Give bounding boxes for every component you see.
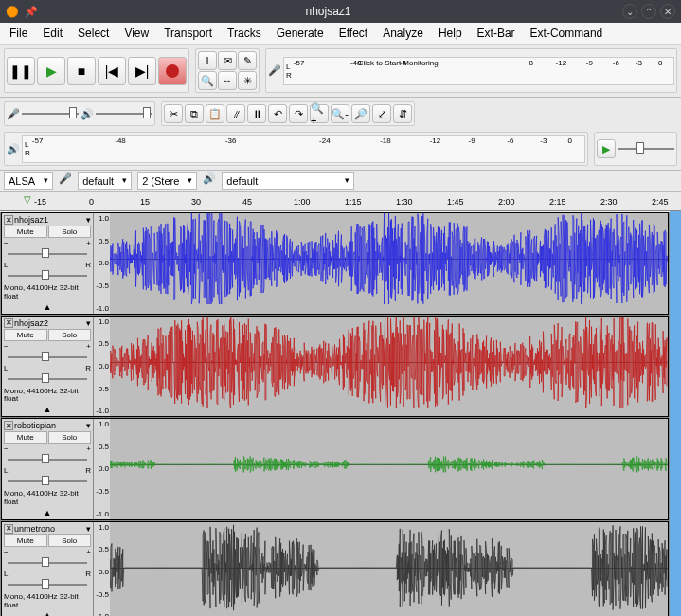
collapse-icon[interactable]: ▲ (4, 302, 91, 312)
envelope-tool[interactable]: ✉ (218, 51, 237, 70)
menu-select[interactable]: Select (74, 25, 113, 42)
menu-view[interactable]: View (120, 25, 152, 42)
menu-ext-bar[interactable]: Ext-Bar (474, 25, 519, 42)
track-menu-icon[interactable]: ▾ (86, 318, 91, 328)
pan-r-label: R (85, 261, 91, 269)
rec-device-select[interactable]: default (78, 172, 132, 190)
play-meter-panel[interactable]: 🔊 LR -57 -48 -36 -24 -18 -12 -9 -6 -3 0 (4, 132, 588, 166)
gain-minus-label: − (4, 444, 9, 453)
pan-slider[interactable] (4, 373, 91, 385)
gain-minus-label: − (4, 342, 9, 351)
solo-button[interactable]: Solo (48, 431, 92, 444)
gain-plus-label: + (86, 444, 91, 453)
pan-slider[interactable] (4, 270, 91, 281)
record-button[interactable] (158, 57, 187, 85)
zoom-sel-button[interactable]: 🔎 (351, 104, 370, 123)
play-button[interactable]: ▶ (37, 57, 65, 85)
menu-tracks[interactable]: Tracks (224, 25, 265, 42)
zoom-in-button[interactable]: 🔍+ (310, 104, 329, 123)
waveform-display[interactable] (110, 317, 668, 408)
pan-slider[interactable] (4, 476, 91, 487)
host-select[interactable]: ALSA (4, 172, 53, 190)
collapse-icon[interactable]: ▲ (4, 508, 91, 517)
menu-help[interactable]: Help (435, 25, 466, 42)
track-name[interactable]: nhojsaz1 (14, 215, 85, 225)
maximize-button[interactable]: ⌃ (641, 4, 656, 19)
skip-end-button[interactable]: ▶| (128, 57, 156, 85)
undo-button[interactable]: ↶ (268, 104, 287, 123)
menu-file[interactable]: File (6, 25, 31, 42)
collapse-icon[interactable]: ▲ (4, 610, 91, 616)
menu-effect[interactable]: Effect (335, 25, 371, 42)
track-close-button[interactable]: ✕ (4, 215, 13, 225)
menu-generate[interactable]: Generate (273, 25, 328, 42)
play-device-select[interactable]: default (222, 172, 354, 190)
track-menu-icon[interactable]: ▾ (86, 215, 91, 225)
playhead-marker-icon[interactable]: ▽ (24, 194, 31, 205)
silence-button[interactable]: ⏸ (247, 104, 266, 123)
track-close-button[interactable]: ✕ (4, 421, 13, 430)
rec-meter-panel[interactable]: 🎤 LR -57 -48 -4 Click to Start Monitorin… (265, 48, 677, 93)
zoom-out-button[interactable]: 🔍- (331, 104, 349, 123)
track-name[interactable]: nhojsaz2 (14, 318, 85, 328)
gain-slider[interactable] (4, 557, 91, 569)
menu-analyze[interactable]: Analyze (379, 25, 427, 42)
gain-slider[interactable] (4, 248, 91, 260)
zoom-fit-button[interactable]: ⤢ (372, 104, 391, 123)
timeline-ruler[interactable]: ▽ -15 0 15 30 45 1:00 1:15 1:30 1:45 2:0… (0, 192, 681, 211)
pan-l-label: L (4, 466, 8, 475)
cut-button[interactable]: ✂ (164, 104, 183, 123)
minimize-button[interactable]: ⌄ (622, 4, 637, 19)
track-row: ✕ unmetrono ▾ Mute Solo −+ LR Mono, 4410… (1, 521, 669, 616)
track-close-button[interactable]: ✕ (4, 524, 13, 534)
track-menu-icon[interactable]: ▾ (86, 421, 91, 430)
pause-button[interactable]: ❚❚ (7, 57, 35, 85)
zoom-toggle-button[interactable]: ⇵ (393, 104, 412, 123)
pan-slider[interactable] (4, 579, 91, 590)
solo-button[interactable]: Solo (48, 226, 92, 238)
rec-channels-select[interactable]: 2 (Stere (137, 172, 197, 190)
zoom-tool[interactable]: 🔍 (198, 71, 217, 90)
play-at-speed-button[interactable]: ▶ (597, 139, 616, 158)
waveform-display[interactable] (110, 522, 668, 613)
stop-button[interactable]: ■ (67, 57, 96, 85)
track-name[interactable]: unmetrono (14, 524, 85, 534)
track-control-panel: ✕ nhojsaz1 ▾ Mute Solo −+ LR Mono, 44100… (2, 213, 93, 314)
draw-tool[interactable]: ✎ (238, 51, 257, 70)
pin-icon[interactable]: 📌 (25, 6, 38, 18)
mute-button[interactable]: Mute (4, 226, 47, 238)
rec-volume-slider[interactable] (22, 107, 79, 120)
close-window-button[interactable]: ✕ (660, 4, 675, 19)
playback-meter[interactable]: LR -57 -48 -36 -24 -18 -12 -9 -6 -3 0 (22, 135, 585, 163)
waveform-display[interactable] (110, 213, 668, 304)
skip-start-button[interactable]: |◀ (98, 57, 126, 85)
recording-meter[interactable]: LR -57 -48 -4 Click to Start Monitoring … (283, 57, 674, 85)
speaker-icon: 🔊 (7, 143, 20, 155)
mute-button[interactable]: Mute (4, 431, 47, 444)
menu-ext-command[interactable]: Ext-Command (527, 25, 607, 42)
paste-button[interactable]: 📋 (206, 104, 224, 123)
selection-tool[interactable]: I (198, 51, 217, 70)
redo-button[interactable]: ↷ (289, 104, 308, 123)
timeshift-tool[interactable]: ↔ (218, 71, 237, 90)
mute-button[interactable]: Mute (4, 534, 47, 547)
copy-button[interactable]: ⧉ (185, 104, 204, 123)
vertical-scrollbar[interactable] (670, 211, 681, 616)
mute-button[interactable]: Mute (4, 329, 47, 341)
speed-slider[interactable] (618, 142, 674, 155)
track-name[interactable]: roboticpian (14, 421, 85, 430)
window-title: nhojsaz1 (38, 5, 618, 18)
gain-slider[interactable] (4, 352, 91, 363)
play-volume-slider[interactable] (96, 107, 152, 120)
track-close-button[interactable]: ✕ (4, 318, 13, 328)
waveform-display[interactable] (110, 419, 668, 510)
track-menu-icon[interactable]: ▾ (86, 524, 91, 534)
multi-tool[interactable]: ✳ (238, 71, 257, 90)
menu-edit[interactable]: Edit (39, 25, 66, 42)
gain-slider[interactable] (4, 454, 91, 465)
collapse-icon[interactable]: ▲ (4, 405, 91, 414)
trim-button[interactable]: ⫽ (226, 104, 245, 123)
menu-transport[interactable]: Transport (160, 25, 216, 42)
solo-button[interactable]: Solo (48, 534, 92, 547)
solo-button[interactable]: Solo (48, 329, 92, 341)
